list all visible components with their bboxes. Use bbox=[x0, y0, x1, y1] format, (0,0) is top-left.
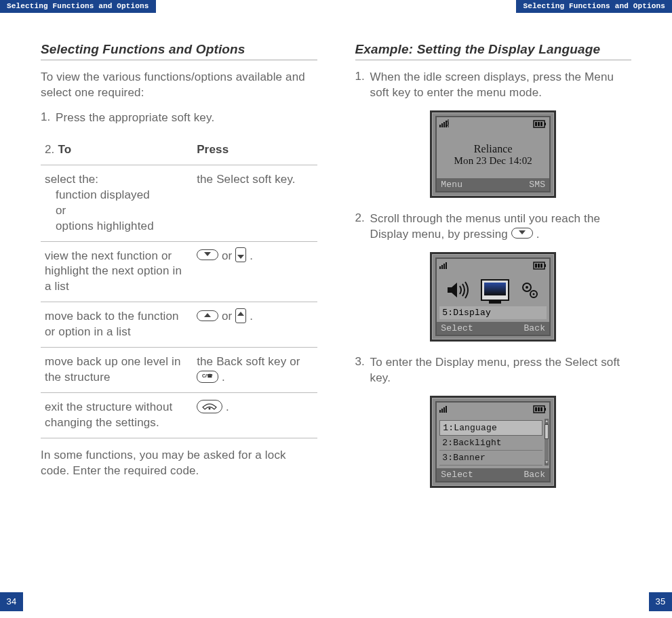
table-cell: the Back soft key or C/☎ . bbox=[193, 348, 317, 393]
volume-down-icon bbox=[235, 247, 246, 262]
softkey-bar: Menu SMS bbox=[437, 178, 549, 191]
table-cell: move back up one level in the structure bbox=[41, 348, 193, 393]
svg-rect-2 bbox=[441, 123, 443, 127]
menu-item-label: 5:Display bbox=[439, 306, 547, 319]
step-text: Scroll through the menus until you reach… bbox=[370, 211, 632, 243]
svg-rect-12 bbox=[443, 264, 445, 269]
signal-icon bbox=[439, 119, 452, 131]
svg-rect-17 bbox=[538, 264, 540, 268]
settings-menu-icon bbox=[520, 281, 540, 302]
table-row: exit the structure without changing the … bbox=[41, 393, 317, 438]
svg-rect-13 bbox=[446, 262, 447, 269]
softkey-right[interactable]: SMS bbox=[529, 180, 545, 190]
step-text: Press the appropriate soft key. bbox=[56, 110, 214, 126]
svg-rect-9 bbox=[540, 122, 542, 126]
page-left: Selecting Functions and Options Selectin… bbox=[0, 0, 336, 618]
step-number: 3. bbox=[355, 355, 366, 386]
table-cell: view the next function or highlight the … bbox=[41, 241, 193, 302]
table-cell: select the: function displayed or option… bbox=[41, 165, 193, 241]
sound-menu-icon bbox=[446, 281, 471, 302]
running-header-left: Selecting Functions and Options bbox=[0, 0, 156, 13]
running-header-right: Selecting Functions and Options bbox=[516, 0, 672, 13]
svg-rect-23 bbox=[439, 410, 441, 413]
list-item[interactable]: 2:Backlight bbox=[439, 436, 542, 451]
section-heading: Selecting Functions and Options bbox=[41, 42, 317, 60]
table-cell: or . bbox=[193, 241, 317, 302]
softkey-right[interactable]: Back bbox=[523, 470, 545, 480]
svg-point-20 bbox=[526, 286, 528, 289]
svg-rect-15 bbox=[545, 264, 546, 267]
phone-screen-idle: Reliance Mon 23 Dec 14:02 Menu SMS bbox=[430, 110, 556, 198]
scroll-thumb[interactable] bbox=[545, 424, 549, 439]
nav-up-icon bbox=[197, 310, 218, 321]
step-text: To enter the Display menu, press the Sel… bbox=[370, 355, 632, 386]
svg-rect-7 bbox=[535, 122, 537, 126]
step-3: 3. To enter the Display menu, press the … bbox=[355, 355, 632, 386]
section-heading: Example: Setting the Display Language bbox=[355, 42, 632, 60]
footer-note: In some functions, you may be asked for … bbox=[41, 448, 317, 479]
svg-rect-3 bbox=[443, 122, 445, 127]
nav-down-icon bbox=[511, 228, 533, 239]
table-row: view the next function or highlight the … bbox=[41, 241, 317, 302]
scrollbar[interactable]: ▲ ▼ bbox=[545, 419, 549, 466]
svg-rect-18 bbox=[540, 264, 542, 268]
table-header-row: 2. To Press bbox=[41, 136, 317, 165]
table-row: move back to the function or option in a… bbox=[41, 302, 317, 348]
carrier-name: Reliance bbox=[439, 143, 547, 155]
list-item[interactable]: 1:Language bbox=[439, 420, 542, 436]
softkey-right[interactable]: Back bbox=[523, 323, 545, 333]
phone-screen-list: 1:Language 2:Backlight 3:Banner ▲ ▼ Sele… bbox=[430, 396, 556, 488]
clear-key-icon: C/☎ bbox=[197, 371, 218, 383]
softkey-bar: Select Back bbox=[437, 468, 549, 481]
table-cell: 2. To bbox=[41, 136, 193, 165]
step-number: 2. bbox=[355, 211, 366, 243]
svg-rect-25 bbox=[443, 407, 445, 413]
step-1: 1. When the idle screen displays, press … bbox=[355, 70, 632, 101]
softkey-left[interactable]: Menu bbox=[441, 180, 462, 190]
volume-up-icon bbox=[235, 308, 246, 323]
battery-icon bbox=[533, 260, 547, 272]
battery-icon bbox=[533, 119, 547, 131]
instruction-table: 2. To Press select the: function display… bbox=[41, 136, 317, 438]
list-item[interactable]: 3:Banner bbox=[439, 451, 542, 466]
intro-text: To view the various functions/options av… bbox=[41, 70, 317, 101]
step-1: 1. Press the appropriate soft key. bbox=[41, 110, 317, 126]
softkey-bar: Select Back bbox=[437, 322, 549, 335]
scroll-up-icon[interactable]: ▲ bbox=[545, 419, 549, 424]
svg-rect-8 bbox=[538, 122, 540, 126]
step-number: 1. bbox=[41, 110, 52, 126]
table-cell: or . bbox=[193, 302, 317, 348]
svg-rect-31 bbox=[540, 407, 542, 411]
table-row: move back up one level in the structure … bbox=[41, 348, 317, 393]
step-text: When the idle screen displays, press the… bbox=[370, 70, 632, 101]
manual-spread: Selecting Functions and Options Selectin… bbox=[0, 0, 672, 618]
page-number: 34 bbox=[0, 592, 23, 611]
end-key-icon bbox=[197, 400, 222, 413]
scroll-down-icon[interactable]: ▼ bbox=[545, 460, 549, 466]
signal-icon bbox=[439, 260, 452, 272]
svg-point-0 bbox=[209, 407, 211, 409]
nav-down-icon bbox=[197, 249, 218, 260]
svg-rect-6 bbox=[545, 123, 546, 125]
table-cell: Press bbox=[193, 136, 317, 165]
table-cell: . bbox=[193, 393, 317, 438]
svg-rect-16 bbox=[535, 264, 537, 268]
svg-point-22 bbox=[532, 293, 534, 295]
softkey-left[interactable]: Select bbox=[441, 323, 473, 333]
softkey-left[interactable]: Select bbox=[441, 470, 473, 480]
page-right: Selecting Functions and Options Example:… bbox=[336, 0, 673, 618]
step-number: 1. bbox=[355, 70, 366, 101]
svg-rect-11 bbox=[441, 265, 443, 269]
table-cell: exit the structure without changing the … bbox=[41, 393, 193, 438]
svg-rect-30 bbox=[538, 407, 540, 411]
step-2: 2. Scroll through the menus until you re… bbox=[355, 211, 632, 243]
svg-rect-28 bbox=[545, 408, 546, 411]
svg-rect-24 bbox=[441, 409, 443, 413]
display-menu-icon bbox=[481, 279, 509, 304]
phone-screen-menu: 5:Display Select Back bbox=[430, 252, 556, 342]
svg-rect-29 bbox=[535, 407, 537, 411]
svg-rect-10 bbox=[439, 266, 441, 269]
table-row: select the: function displayed or option… bbox=[41, 165, 317, 241]
svg-rect-4 bbox=[446, 121, 447, 127]
signal-icon bbox=[439, 404, 452, 416]
